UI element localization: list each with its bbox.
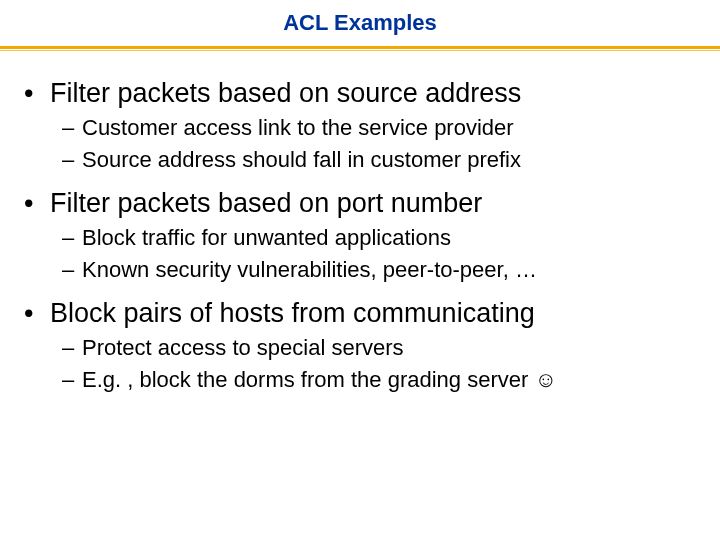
sub-bullet-text: Source address should fall in customer p… <box>82 145 700 175</box>
bullet-level2: – Customer access link to the service pr… <box>20 113 700 143</box>
dash-icon: – <box>62 113 82 143</box>
bullet-level1: • Block pairs of hosts from communicatin… <box>20 295 700 331</box>
bullet-level1: • Filter packets based on source address <box>20 75 700 111</box>
bullet-level1: • Filter packets based on port number <box>20 185 700 221</box>
bullet-group: • Block pairs of hosts from communicatin… <box>20 295 700 395</box>
bullet-level2: – Protect access to special servers <box>20 333 700 363</box>
title-underline <box>0 46 720 49</box>
bullet-level2: – Source address should fall in customer… <box>20 145 700 175</box>
bullet-level2: – Known security vulnerabilities, peer-t… <box>20 255 700 285</box>
bullet-text: Filter packets based on port number <box>50 185 700 221</box>
bullet-text: Filter packets based on source address <box>50 75 700 111</box>
bullet-icon: • <box>20 75 50 111</box>
sub-bullet-text: E.g. , block the dorms from the grading … <box>82 365 700 395</box>
sub-bullet-text: Customer access link to the service prov… <box>82 113 700 143</box>
slide-title: ACL Examples <box>0 0 720 44</box>
dash-icon: – <box>62 333 82 363</box>
bullet-icon: • <box>20 185 50 221</box>
sub-bullet-text: Known security vulnerabilities, peer-to-… <box>82 255 700 285</box>
sub-bullet-text: Block traffic for unwanted applications <box>82 223 700 253</box>
dash-icon: – <box>62 365 82 395</box>
bullet-level2: – Block traffic for unwanted application… <box>20 223 700 253</box>
slide-body: • Filter packets based on source address… <box>0 51 720 394</box>
sub-bullet-text: Protect access to special servers <box>82 333 700 363</box>
slide: ACL Examples • Filter packets based on s… <box>0 0 720 540</box>
dash-icon: – <box>62 145 82 175</box>
bullet-level2: – E.g. , block the dorms from the gradin… <box>20 365 700 395</box>
bullet-icon: • <box>20 295 50 331</box>
dash-icon: – <box>62 223 82 253</box>
dash-icon: – <box>62 255 82 285</box>
bullet-group: • Filter packets based on port number – … <box>20 185 700 285</box>
bullet-text: Block pairs of hosts from communicating <box>50 295 700 331</box>
bullet-group: • Filter packets based on source address… <box>20 75 700 175</box>
